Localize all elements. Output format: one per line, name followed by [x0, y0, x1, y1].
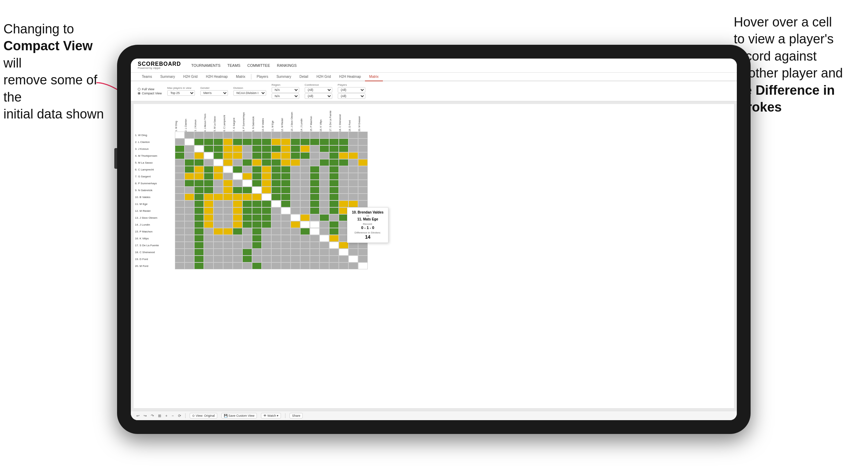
region-select-1[interactable]: N/A — [272, 87, 299, 93]
matrix-cell[interactable] — [233, 228, 242, 235]
matrix-cell[interactable] — [348, 200, 358, 207]
matrix-cell[interactable] — [204, 214, 213, 221]
matrix-cell[interactable] — [185, 242, 194, 249]
matrix-cell[interactable] — [252, 242, 262, 249]
tab-matrix-1[interactable]: Matrix — [232, 73, 249, 81]
matrix-cell[interactable] — [233, 138, 242, 145]
tab-players[interactable]: Players — [253, 73, 272, 81]
matrix-cell[interactable] — [281, 194, 291, 200]
tab-matrix-2[interactable]: Matrix — [365, 73, 383, 81]
matrix-cell[interactable] — [348, 159, 358, 166]
matrix-cell[interactable] — [242, 194, 252, 200]
matrix-cell[interactable] — [310, 242, 320, 249]
matrix-cell[interactable] — [242, 152, 252, 159]
matrix-cell[interactable] — [329, 152, 339, 159]
matrix-cell[interactable] — [194, 249, 204, 256]
matrix-cell[interactable] — [175, 187, 185, 194]
matrix-cell[interactable] — [310, 228, 320, 235]
matrix-cell[interactable] — [223, 235, 233, 242]
matrix-cell[interactable] — [358, 194, 368, 200]
tab-teams[interactable]: Teams — [138, 73, 156, 81]
matrix-cell[interactable] — [291, 180, 300, 187]
matrix-cell[interactable] — [213, 132, 223, 138]
matrix-cell[interactable] — [213, 187, 223, 194]
matrix-cell[interactable] — [358, 256, 368, 262]
matrix-cell[interactable] — [223, 207, 233, 214]
matrix-cell[interactable] — [262, 145, 271, 152]
matrix-cell[interactable] — [320, 159, 329, 166]
region-select-2[interactable]: N/A — [272, 93, 299, 99]
matrix-cell[interactable] — [233, 200, 242, 207]
matrix-cell[interactable] — [271, 173, 281, 180]
tab-h2h-heatmap-2[interactable]: H2H Heatmap — [335, 73, 365, 81]
matrix-cell[interactable] — [204, 256, 213, 262]
matrix-cell[interactable] — [185, 166, 194, 173]
matrix-cell[interactable] — [271, 132, 281, 138]
matrix-cell[interactable] — [204, 180, 213, 187]
matrix-cell[interactable] — [242, 235, 252, 242]
matrix-cell[interactable] — [281, 187, 291, 194]
share-button[interactable]: Share — [290, 413, 303, 418]
matrix-cell[interactable] — [329, 138, 339, 145]
matrix-cell[interactable] — [320, 145, 329, 152]
matrix-cell[interactable] — [194, 166, 204, 173]
matrix-cell[interactable] — [339, 173, 348, 180]
matrix-cell[interactable] — [213, 262, 223, 269]
matrix-cell[interactable] — [358, 166, 368, 173]
matrix-cell[interactable] — [185, 194, 194, 200]
matrix-cell[interactable] — [223, 145, 233, 152]
matrix-cell[interactable] — [339, 256, 348, 262]
matrix-cell[interactable] — [213, 200, 223, 207]
matrix-cell[interactable] — [281, 132, 291, 138]
matrix-cell[interactable] — [358, 200, 368, 207]
forward-button[interactable]: ↷ — [151, 414, 154, 418]
watch-button[interactable]: 👁 Watch ▾ — [261, 413, 281, 418]
matrix-cell[interactable] — [185, 249, 194, 256]
matrix-cell[interactable] — [242, 180, 252, 187]
matrix-cell[interactable] — [223, 132, 233, 138]
matrix-cell[interactable] — [262, 262, 271, 269]
save-custom-button[interactable]: 💾 Save Custom View — [221, 413, 257, 418]
matrix-cell[interactable] — [329, 221, 339, 228]
matrix-cell[interactable] — [233, 132, 242, 138]
matrix-cell[interactable] — [242, 221, 252, 228]
matrix-cell[interactable] — [233, 173, 242, 180]
matrix-cell[interactable] — [233, 262, 242, 269]
matrix-cell[interactable] — [271, 166, 281, 173]
matrix-cell[interactable] — [329, 214, 339, 221]
matrix-cell[interactable] — [175, 221, 185, 228]
matrix-cell[interactable] — [300, 214, 310, 221]
matrix-cell[interactable] — [348, 249, 358, 256]
matrix-cell[interactable] — [291, 256, 300, 262]
matrix-cell[interactable] — [194, 200, 204, 207]
matrix-cell[interactable] — [329, 235, 339, 242]
matrix-cell[interactable] — [175, 138, 185, 145]
matrix-cell[interactable] — [175, 214, 185, 221]
matrix-cell[interactable] — [204, 249, 213, 256]
matrix-cell[interactable] — [281, 256, 291, 262]
matrix-cell[interactable] — [262, 214, 271, 221]
matrix-cell[interactable] — [185, 256, 194, 262]
matrix-cell[interactable] — [185, 207, 194, 214]
matrix-cell[interactable] — [233, 194, 242, 200]
matrix-cell[interactable] — [213, 180, 223, 187]
matrix-cell[interactable] — [252, 207, 262, 214]
matrix-cell[interactable] — [310, 256, 320, 262]
tab-h2h-heatmap-1[interactable]: H2H Heatmap — [202, 73, 232, 81]
matrix-cell[interactable] — [252, 187, 262, 194]
matrix-cell[interactable] — [339, 262, 348, 269]
matrix-cell[interactable] — [233, 235, 242, 242]
matrix-cell[interactable] — [194, 138, 204, 145]
matrix-cell[interactable] — [329, 228, 339, 235]
matrix-cell[interactable] — [223, 194, 233, 200]
matrix-cell[interactable] — [281, 221, 291, 228]
matrix-cell[interactable] — [320, 138, 329, 145]
matrix-cell[interactable] — [194, 173, 204, 180]
matrix-cell[interactable] — [223, 262, 233, 269]
matrix-cell[interactable] — [300, 200, 310, 207]
matrix-cell[interactable] — [242, 166, 252, 173]
matrix-cell[interactable] — [310, 138, 320, 145]
matrix-cell[interactable] — [320, 166, 329, 173]
matrix-cell[interactable] — [175, 132, 185, 138]
matrix-cell[interactable] — [242, 132, 252, 138]
